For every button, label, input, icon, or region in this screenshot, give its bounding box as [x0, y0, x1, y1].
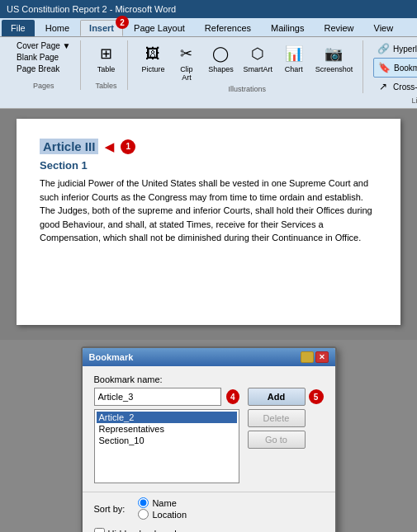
tab-references[interactable]: References — [196, 20, 260, 36]
group-tables: ⊞ Table Tables — [84, 40, 128, 90]
shapes-icon: ◯ — [209, 42, 232, 65]
dialog-main-row: 4 Article_2 Representatives Section_10 A… — [94, 388, 324, 483]
sort-row: Sort by: Name Location — [94, 497, 187, 520]
screenshot-icon: 📷 — [322, 42, 345, 65]
dialog-close-button[interactable]: ✕ — [315, 351, 329, 363]
callout-badge-1: 1 — [121, 139, 135, 154]
tables-label: Tables — [95, 80, 116, 90]
sort-by-label: Sort by: — [94, 504, 126, 514]
tab-view[interactable]: View — [365, 20, 403, 36]
tab-mailings[interactable]: Mailings — [262, 20, 313, 36]
sort-location-radio[interactable] — [138, 509, 149, 520]
list-item-article2[interactable]: Article_2 — [97, 412, 237, 423]
article-title: Article III ◀ 1 — [40, 139, 377, 154]
tab-review[interactable]: Review — [315, 20, 363, 36]
dialog-titlebar-buttons: ✕ — [301, 351, 329, 363]
bookmark-listbox[interactable]: Article_2 Representatives Section_10 — [94, 409, 239, 483]
shapes-btn[interactable]: ◯ Shapes — [205, 40, 236, 75]
tab-insert[interactable]: Insert 2 — [80, 20, 123, 36]
smartart-btn[interactable]: ⬡ SmartArt — [240, 40, 276, 75]
list-item-section10[interactable]: Section_10 — [97, 435, 237, 446]
picture-icon: 🖼 — [141, 42, 164, 65]
hyperlink-label: Hyperlink — [393, 45, 417, 54]
bookmark-icon: 🔖 — [377, 61, 391, 74]
cross-reference-label: Cross-reference — [393, 82, 417, 92]
bookmark-name-label: Bookmark name: — [94, 374, 324, 384]
chart-btn[interactable]: 📊 Chart — [279, 40, 309, 75]
table-btn[interactable]: ⊞ Table — [91, 40, 121, 75]
sort-location-label: Location — [152, 510, 187, 520]
clip-art-btn[interactable]: ✂ Clip Art — [171, 40, 201, 83]
sort-location-option[interactable]: Location — [138, 509, 187, 520]
links-items: 🔗 Hyperlink 🔖 Bookmark ◀ 3 ↗ Cross-refer… — [373, 40, 417, 95]
links-buttons: 🔗 Hyperlink 🔖 Bookmark ◀ 3 ↗ Cross-refer… — [373, 40, 417, 95]
cover-page-btn[interactable]: Cover Page ▼ — [13, 40, 73, 51]
goto-button[interactable]: Go to — [248, 431, 306, 449]
delete-label: Delete — [263, 413, 290, 423]
tab-file[interactable]: File — [2, 20, 35, 36]
blank-page-btn[interactable]: Blank Page — [13, 52, 73, 63]
document-page: Article III ◀ 1 Section 1 The judicial P… — [17, 119, 400, 325]
dialog-title: Bookmark — [89, 352, 134, 362]
clip-art-icon: ✂ — [175, 42, 198, 65]
callout-badge-2: 2 — [116, 16, 129, 29]
smartart-label: SmartArt — [243, 65, 272, 73]
add-button[interactable]: Add — [248, 388, 306, 406]
pages-items: Cover Page ▼ Blank Page Page Break — [13, 40, 73, 80]
page-break-btn[interactable]: Page Break — [13, 64, 73, 74]
table-label: Table — [97, 65, 116, 73]
goto-label: Go to — [265, 435, 287, 445]
ribbon-content: Cover Page ▼ Blank Page Page Break Pages… — [0, 37, 417, 108]
sort-name-label: Name — [152, 498, 176, 508]
cross-reference-btn[interactable]: ↗ Cross-reference — [373, 78, 417, 95]
sort-name-option[interactable]: Name — [138, 497, 187, 508]
input-row: 4 — [94, 388, 239, 406]
dialog-footer: Sort by: Name Location — [83, 492, 335, 525]
hidden-bookmarks-label[interactable]: Hidden bookmarks — [94, 528, 324, 532]
sort-name-radio[interactable] — [138, 497, 149, 508]
bookmark-btn[interactable]: 🔖 Bookmark ◀ 3 — [373, 58, 417, 78]
dialog-body: Bookmark name: 4 Article_2 Representativ… — [83, 366, 335, 492]
dialog-min-button[interactable] — [301, 351, 314, 363]
tab-page-layout[interactable]: Page Layout — [125, 20, 194, 36]
group-illustrations: 🖼 Picture ✂ Clip Art ◯ Shapes ⬡ SmartArt… — [131, 40, 363, 93]
ribbon: File Home Insert 2 Page Layout Reference… — [0, 18, 417, 109]
pages-buttons: Cover Page ▼ Blank Page Page Break — [13, 40, 73, 74]
illus-items: 🖼 Picture ✂ Clip Art ◯ Shapes ⬡ SmartArt… — [138, 40, 356, 83]
picture-label: Picture — [141, 65, 164, 73]
links-label: Links — [412, 95, 417, 105]
tab-home[interactable]: Home — [36, 20, 78, 36]
delete-button[interactable]: Delete — [248, 409, 306, 427]
picture-btn[interactable]: 🖼 Picture — [138, 40, 168, 75]
group-links: 🔗 Hyperlink 🔖 Bookmark ◀ 3 ↗ Cross-refer… — [367, 40, 417, 105]
title-text: US Constitution Report 2 - Microsoft Wor… — [7, 4, 176, 14]
list-item-representatives[interactable]: Representatives — [97, 423, 237, 435]
chart-label: Chart — [285, 65, 303, 73]
dialog-right-col: Add 5 Delete Go to — [248, 388, 324, 449]
illus-label: Illustrations — [229, 83, 267, 93]
section-title: Section 1 — [40, 159, 377, 172]
title-bar: US Constitution Report 2 - Microsoft Wor… — [0, 0, 417, 18]
group-pages: Cover Page ▼ Blank Page Page Break Pages — [7, 40, 81, 90]
hidden-bookmarks-row: Hidden bookmarks — [83, 528, 335, 532]
add-label: Add — [268, 392, 285, 402]
bookmark-label: Bookmark — [394, 64, 417, 73]
hidden-bookmarks-checkbox[interactable] — [94, 528, 105, 532]
bookmark-name-input[interactable] — [94, 388, 221, 406]
pages-label: Pages — [33, 80, 54, 90]
screenshot-btn[interactable]: 📷 Screenshot — [312, 40, 356, 75]
hyperlink-icon: 🔗 — [377, 42, 390, 55]
dialog-left-col: 4 Article_2 Representatives Section_10 — [94, 388, 239, 483]
callout-arrow-1: ◀ — [105, 140, 114, 153]
bookmark-dialog: Bookmark ✕ Bookmark name: 4 Article_2 Re… — [81, 346, 337, 532]
clip-art-label: Clip Art — [174, 65, 198, 82]
hyperlink-btn[interactable]: 🔗 Hyperlink — [373, 40, 417, 57]
table-icon: ⊞ — [94, 42, 117, 65]
document-body: The judicial Power of the United States … — [40, 177, 377, 245]
chart-icon: 📊 — [282, 42, 306, 65]
callout-badge-4: 4 — [226, 389, 239, 404]
callout-badge-5: 5 — [309, 389, 324, 404]
dialog-titlebar: Bookmark ✕ — [83, 348, 335, 366]
hidden-bookmarks-text: Hidden bookmarks — [108, 529, 184, 533]
sort-radio-group: Name Location — [138, 497, 187, 520]
